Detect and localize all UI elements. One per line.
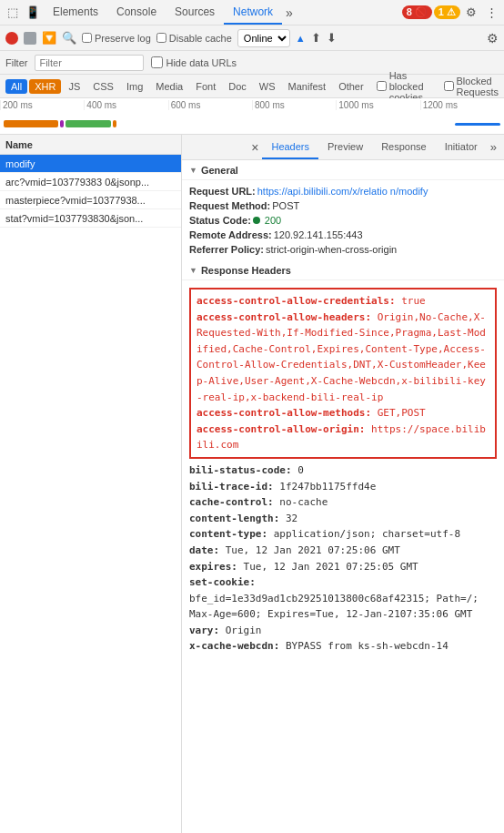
request-method-row: Request Method: POST bbox=[189, 198, 497, 213]
type-btn-ws[interactable]: WS bbox=[254, 79, 281, 94]
n-key-8: vary: bbox=[189, 625, 219, 636]
tick-3: 600 ms bbox=[168, 100, 252, 110]
hide-data-urls-label[interactable]: Hide data URLs bbox=[151, 56, 237, 68]
n-val-8: Origin bbox=[226, 625, 262, 636]
hide-data-urls-text: Hide data URLs bbox=[166, 57, 237, 68]
detail-panel: × Headers Preview Response Initiator » G… bbox=[182, 135, 504, 833]
n-val-9: BYPASS from ks-sh-webcdn-14 bbox=[286, 640, 449, 652]
response-headers-section-body: access-control-allow-credentials: true a… bbox=[182, 280, 504, 658]
hide-data-urls-checkbox[interactable] bbox=[151, 56, 163, 68]
n-key-5: date: bbox=[189, 544, 219, 556]
more-tabs-icon[interactable]: » bbox=[282, 5, 297, 20]
more-options-icon[interactable]: ⋮ bbox=[482, 4, 500, 22]
type-btn-manifest[interactable]: Manifest bbox=[283, 79, 332, 94]
n-val-0: 0 bbox=[297, 464, 304, 476]
request-method-value: POST bbox=[272, 200, 299, 211]
request-url-row: Request URL: https://api.bilibili.com/x/… bbox=[189, 184, 497, 198]
type-btn-other[interactable]: Other bbox=[333, 79, 369, 94]
filter-icon[interactable]: 🔽 bbox=[42, 31, 56, 45]
h-val-1: Origin,No-Cache,X-Requested-With,If-Modi… bbox=[197, 311, 486, 403]
disable-cache-checkbox-label[interactable]: Disable cache bbox=[156, 33, 232, 44]
type-btn-xhr[interactable]: XHR bbox=[29, 79, 61, 94]
type-btn-media[interactable]: Media bbox=[150, 79, 188, 94]
tick-1: 200 ms bbox=[0, 100, 84, 110]
request-list: Name modify arc?vmid=103779383 0&jsonp..… bbox=[0, 135, 182, 833]
referrer-policy-value: strict-origin-when-cross-origin bbox=[266, 244, 397, 255]
normal-header-row-9: x-cache-webcdn: BYPASS from ks-sh-webcdn… bbox=[189, 638, 497, 655]
type-btn-doc[interactable]: Doc bbox=[223, 79, 252, 94]
preserve-log-checkbox-label[interactable]: Preserve log bbox=[82, 33, 151, 44]
highlight-row-0: access-control-allow-credentials: true bbox=[197, 293, 489, 310]
settings-gear-icon[interactable]: ⚙ bbox=[462, 4, 480, 22]
tick-2: 400 ms bbox=[84, 100, 167, 110]
h-key-1: access-control-allow-headers: bbox=[197, 311, 371, 323]
timeline-bar-3 bbox=[66, 120, 111, 127]
response-headers-section-header[interactable]: Response Headers bbox=[182, 260, 504, 280]
blocked-requests-label[interactable]: Blocked Requests bbox=[444, 76, 499, 97]
type-btn-img[interactable]: Img bbox=[121, 79, 148, 94]
close-panel-button[interactable]: × bbox=[247, 140, 262, 155]
warn-badge: 1 ⚠ bbox=[434, 5, 460, 19]
normal-header-row-2: cache-control: no-cache bbox=[189, 494, 497, 511]
request-item-masterpiece[interactable]: masterpiece?vmid=10377938... bbox=[0, 191, 181, 209]
request-item-arc[interactable]: arc?vmid=103779383 0&jsonp... bbox=[0, 173, 181, 191]
devtools-tabbar: ⬚ 📱 Elements Console Sources Network » 8… bbox=[0, 0, 504, 25]
tab-preview[interactable]: Preview bbox=[318, 135, 372, 159]
n-key-2: cache-control: bbox=[189, 496, 274, 508]
status-dot bbox=[253, 217, 260, 224]
upload-icon: ⬆ bbox=[311, 31, 321, 45]
status-code-key: Status Code: bbox=[189, 215, 251, 226]
request-item-modify[interactable]: modify bbox=[0, 155, 181, 173]
type-btn-css[interactable]: CSS bbox=[87, 79, 119, 94]
h-key-3: access-control-allow-origin: bbox=[197, 423, 365, 435]
top-bar-right: 8 🚫 1 ⚠ ⚙ ⋮ bbox=[402, 4, 500, 22]
filter-label: Filter bbox=[5, 57, 27, 68]
network-settings-icon[interactable]: ⚙ bbox=[487, 31, 499, 46]
remote-address-row: Remote Address: 120.92.141.155:443 bbox=[189, 228, 497, 242]
request-list-header: Name bbox=[0, 135, 181, 155]
request-url-value[interactable]: https://api.bilibili.com/x/relatio n/mod… bbox=[257, 186, 428, 197]
record-button[interactable] bbox=[5, 32, 18, 45]
normal-header-row-5: date: Tue, 12 Jan 2021 07:25:06 GMT bbox=[189, 543, 497, 559]
tab-response[interactable]: Response bbox=[372, 135, 436, 159]
tick-4: 800 ms bbox=[252, 100, 336, 110]
request-method-key: Request Method: bbox=[189, 200, 270, 211]
tick-5: 1000 ms bbox=[336, 100, 419, 110]
tab-initiator[interactable]: Initiator bbox=[436, 135, 487, 159]
tab-network[interactable]: Network bbox=[224, 0, 282, 25]
disable-cache-checkbox[interactable] bbox=[156, 33, 166, 43]
general-section-body: Request URL: https://api.bilibili.com/x/… bbox=[182, 180, 504, 260]
tab-elements[interactable]: Elements bbox=[44, 0, 107, 25]
request-url-key: Request URL: bbox=[189, 186, 256, 197]
blocked-requests-checkbox[interactable] bbox=[444, 81, 454, 91]
h-key-0: access-control-allow-credentials: bbox=[197, 295, 396, 307]
tab-sources[interactable]: Sources bbox=[166, 0, 224, 25]
n-key-0: bili-status-code: bbox=[189, 464, 292, 476]
tab-console[interactable]: Console bbox=[107, 0, 166, 25]
has-blocked-cookies-checkbox[interactable] bbox=[377, 81, 387, 91]
normal-header-row-8: vary: Origin bbox=[189, 623, 497, 639]
referrer-policy-row: Referrer Policy: strict-origin-when-cros… bbox=[189, 242, 497, 257]
search-button[interactable]: 🔍 bbox=[62, 31, 76, 45]
type-btn-font[interactable]: Font bbox=[190, 79, 221, 94]
filter-input[interactable] bbox=[35, 55, 144, 71]
more-panel-tabs-icon[interactable]: » bbox=[487, 140, 500, 154]
request-item-stat[interactable]: stat?vmid=1037793830&json... bbox=[0, 209, 181, 228]
normal-header-row-1: bili-trace-id: 1f247bb1175ffd4e bbox=[189, 479, 497, 495]
preserve-log-checkbox[interactable] bbox=[82, 33, 92, 43]
normal-header-row-3: content-length: 32 bbox=[189, 511, 497, 527]
throttle-select[interactable]: Online bbox=[237, 29, 290, 47]
n-key-4: content-type: bbox=[189, 528, 267, 540]
general-section-header[interactable]: General bbox=[182, 160, 504, 180]
timeline-area: 200 ms 400 ms 600 ms 800 ms 1000 ms 1200… bbox=[0, 98, 504, 135]
normal-headers-container: bili-status-code: 0bili-trace-id: 1f247b… bbox=[189, 462, 497, 655]
type-btn-all[interactable]: All bbox=[5, 79, 27, 94]
stop-button[interactable] bbox=[24, 32, 36, 45]
name-column-header: Name bbox=[5, 139, 33, 150]
device-icon[interactable]: 📱 bbox=[24, 4, 42, 22]
normal-header-row-4: content-type: application/json; charset=… bbox=[189, 526, 497, 543]
timeline-bar-2 bbox=[60, 120, 64, 127]
type-btn-js[interactable]: JS bbox=[63, 79, 86, 94]
inspect-icon[interactable]: ⬚ bbox=[4, 4, 22, 22]
tab-headers[interactable]: Headers bbox=[262, 135, 318, 159]
